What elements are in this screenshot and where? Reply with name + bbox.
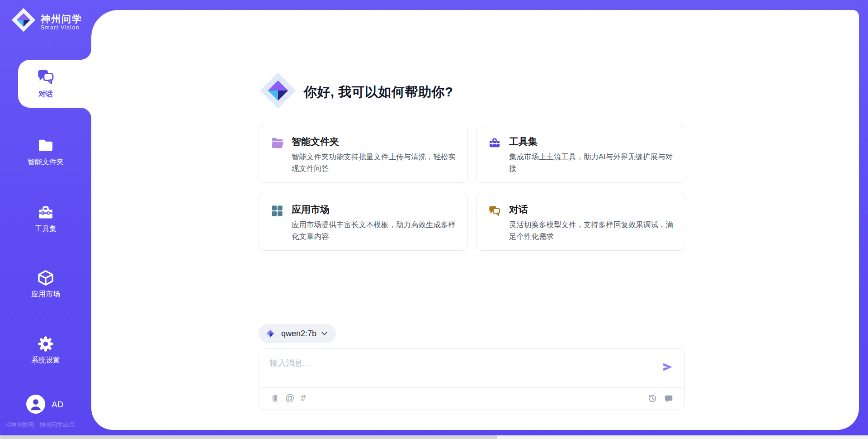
chat-icon: [488, 205, 501, 217]
hero-logo: [259, 72, 297, 111]
diamond-logo-icon: [11, 7, 36, 33]
feature-card-smart-folder[interactable]: 智能文件夹 智能文件夹功能支持批量文件上传与清洗，轻松实现文件问答: [259, 125, 468, 183]
model-name: qwen2:7b: [281, 329, 316, 339]
sidebar-item-label: 智能文件夹: [0, 157, 91, 167]
gear-icon: [37, 335, 55, 353]
send-icon[interactable]: [662, 361, 674, 373]
folder-icon: [37, 137, 55, 155]
message-input[interactable]: [269, 356, 651, 370]
history-icon[interactable]: [647, 394, 657, 404]
card-title: 对话: [509, 203, 528, 216]
card-description: 应用市场提供丰富长文本模板，助力高效生成多样化文章内容: [292, 219, 460, 242]
model-selector[interactable]: qwen2:7b: [259, 324, 336, 343]
card-title: 应用市场: [292, 203, 330, 216]
attachment-icon[interactable]: [270, 394, 280, 404]
user-initials: AD: [52, 400, 63, 410]
hashtag-icon[interactable]: #: [301, 393, 306, 403]
person-icon: [26, 395, 45, 414]
greeting-title: 你好, 我可以如何帮助你?: [304, 83, 453, 101]
sidebar-item-toolkit[interactable]: 工具集: [0, 201, 91, 237]
card-title: 智能文件夹: [292, 135, 339, 148]
feature-card-app-market[interactable]: 应用市场 应用市场提供丰富长文本模板，助力高效生成多样化文章内容: [259, 193, 468, 251]
tab-fillet-bottom: [80, 108, 91, 119]
mention-icon[interactable]: @: [285, 393, 294, 403]
horizontal-scrollbar[interactable]: [0, 435, 868, 439]
sidebar-item-label: 系统设置: [0, 356, 91, 365]
feature-card-toolkit[interactable]: 工具集 集成市场上主流工具，助力AI与外界无缝扩展与对接: [476, 125, 685, 183]
diamond-logo-icon: [264, 327, 277, 340]
sidebar-item-chat[interactable]: 对话: [0, 60, 91, 108]
brand-subtitle: Smart Vision: [41, 24, 80, 31]
sidebar-item-settings[interactable]: 系统设置: [0, 332, 91, 368]
folder-open-icon: [271, 137, 284, 149]
card-description: 灵活切换多模型文件，支持多样回复效果调试，满足个性化需求: [509, 219, 677, 242]
sidebar: 神州问学 Smart Vision 对话 智能文件夹: [0, 0, 91, 439]
sidebar-item-label: 工具集: [0, 224, 91, 234]
footer-credit: ©神州数码 · 神州问学出品: [6, 421, 75, 429]
tab-fillet-top: [80, 49, 91, 60]
diamond-logo-icon: [259, 72, 297, 110]
card-title: 工具集: [509, 135, 538, 148]
avatar: [26, 395, 45, 414]
app-grid-icon: [271, 205, 283, 217]
composer-divider: [259, 387, 684, 388]
chevron-down-icon: [321, 331, 328, 336]
brand-name: 神州问学: [41, 13, 82, 25]
message-composer: @ #: [259, 348, 685, 410]
app-window: 神州问学 Smart Vision 对话 智能文件夹: [0, 0, 868, 439]
brand-logo: [11, 7, 36, 34]
sidebar-item-app-market[interactable]: 应用市场: [0, 267, 91, 303]
sidebar-item-smart-folder[interactable]: 智能文件夹: [0, 134, 91, 170]
chat-icon: [37, 68, 55, 86]
briefcase-icon: [488, 137, 501, 149]
sidebar-item-label: 对话: [0, 90, 91, 99]
chat-bubble-icon[interactable]: [664, 394, 674, 404]
briefcase-icon: [37, 204, 55, 222]
card-description: 集成市场上主流工具，助力AI与外界无缝扩展与对接: [509, 151, 677, 174]
card-description: 智能文件夹功能支持批量文件上传与清洗，轻松实现文件问答: [292, 151, 460, 174]
feature-card-chat[interactable]: 对话 灵活切换多模型文件，支持多样回复效果调试，满足个性化需求: [476, 193, 685, 251]
user-profile[interactable]: AD: [0, 395, 91, 416]
cube-icon: [37, 269, 55, 287]
scrollbar-thumb[interactable]: [0, 435, 497, 439]
sidebar-item-label: 应用市场: [0, 290, 91, 299]
